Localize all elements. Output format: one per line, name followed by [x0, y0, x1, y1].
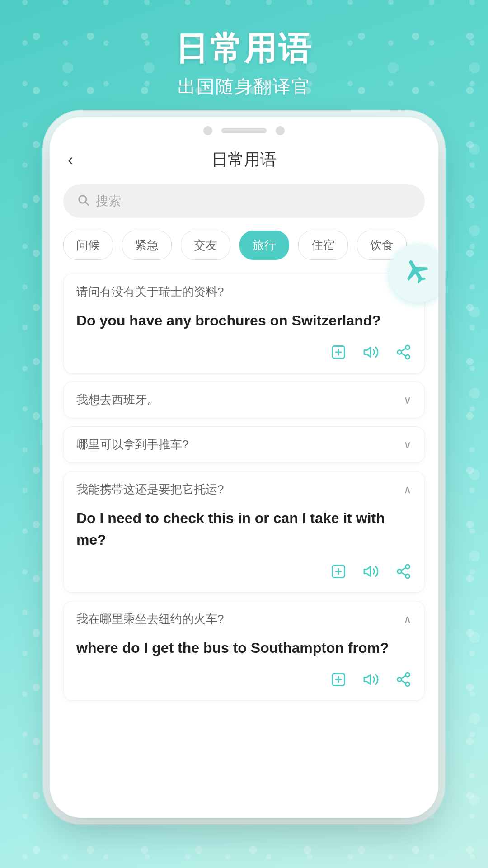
svg-line-10: [401, 349, 406, 351]
search-bar[interactable]: 搜索: [63, 184, 425, 218]
phrase-card-5-actions: [76, 668, 412, 691]
svg-line-27: [401, 680, 406, 683]
tab-social[interactable]: 交友: [181, 231, 230, 260]
phrase-card-5-body: where do I get the bus to Southampton fr…: [64, 637, 424, 700]
share-icon-4[interactable]: [395, 563, 412, 583]
svg-line-19: [401, 568, 406, 571]
phrase-card-5-chevron: ∧: [404, 613, 412, 626]
phone-mockup: ‹ 日常用语 搜索 问候 紧急 交友 旅行 住宿 饮: [50, 117, 438, 818]
phrase-card-1-header[interactable]: 请问有没有关于瑞士的资料? ∧: [64, 274, 424, 310]
share-icon-1[interactable]: [395, 344, 412, 364]
add-icon-4[interactable]: [330, 563, 347, 583]
phrase-card-3-chevron: ∨: [404, 439, 412, 451]
sound-icon-1[interactable]: [363, 344, 379, 364]
header-title: 日常用语: [0, 27, 488, 71]
phrase-card-4-actions: [76, 560, 412, 583]
sound-icon-4[interactable]: [363, 563, 379, 583]
phrase-card-3-chinese: 哪里可以拿到手推车?: [76, 437, 188, 453]
svg-line-1: [85, 202, 88, 205]
nav-title: 日常用语: [211, 149, 277, 171]
header-subtitle: 出国随身翻译官: [0, 74, 488, 99]
phrase-card-2-chinese: 我想去西班牙。: [76, 392, 159, 408]
category-tabs: 问候 紧急 交友 旅行 住宿 饮食: [63, 231, 425, 260]
phrase-card-2-header[interactable]: 我想去西班牙。 ∨: [64, 382, 424, 418]
phrase-card-1-body: Do you have any brochures on Switzerland…: [64, 310, 424, 373]
phrase-card-1-chinese: 请问有没有关于瑞士的资料?: [76, 284, 224, 300]
tab-travel[interactable]: 旅行: [239, 231, 289, 260]
search-placeholder: 搜索: [96, 193, 121, 210]
phrase-card-3: 哪里可以拿到手推车? ∨: [63, 426, 425, 463]
phone-speaker: [221, 128, 267, 133]
tab-greet[interactable]: 问候: [63, 231, 113, 260]
svg-marker-23: [364, 675, 371, 684]
phrase-card-2-chevron: ∨: [404, 394, 412, 406]
phrase-card-3-header[interactable]: 哪里可以拿到手推车? ∨: [64, 427, 424, 462]
phrase-card-4-chevron: ∧: [404, 483, 412, 496]
svg-line-9: [401, 353, 406, 356]
phrase-card-1-english: Do you have any brochures on Switzerland…: [76, 310, 412, 331]
phrase-card-4-chinese: 我能携带这还是要把它托运?: [76, 481, 224, 497]
phone-container: ‹ 日常用语 搜索 问候 紧急 交友 旅行 住宿 饮: [0, 117, 488, 818]
app-content: ‹ 日常用语 搜索 问候 紧急 交友 旅行 住宿 饮: [50, 140, 438, 722]
phrase-card-5-chinese: 我在哪里乘坐去纽约的火车?: [76, 611, 224, 627]
phrase-card-1-actions: [76, 340, 412, 364]
tab-stay[interactable]: 住宿: [298, 231, 348, 260]
tab-urgent[interactable]: 紧急: [122, 231, 172, 260]
plane-icon: [397, 251, 438, 296]
phone-camera: [203, 126, 212, 135]
header-section: 日常用语 出国随身翻译官: [0, 0, 488, 117]
svg-marker-14: [364, 567, 371, 576]
add-icon-1[interactable]: [330, 344, 347, 364]
svg-line-28: [401, 676, 406, 679]
svg-line-18: [401, 572, 406, 575]
phrase-card-4-body: Do I need to check this in or can I take…: [64, 507, 424, 592]
sound-icon-5[interactable]: [363, 671, 379, 691]
phrase-card-5: 我在哪里乘坐去纽约的火车? ∧ where do I get the bus t…: [63, 601, 425, 701]
phone-top-bar: [50, 117, 438, 140]
phrase-card-1: 请问有没有关于瑞士的资料? ∧ Do you have any brochure…: [63, 274, 425, 373]
nav-bar: ‹ 日常用语: [63, 140, 425, 184]
back-button[interactable]: ‹: [63, 146, 78, 174]
phrase-card-4: 我能携带这还是要把它托运? ∧ Do I need to check this …: [63, 471, 425, 593]
phone-camera-2: [276, 126, 285, 135]
svg-marker-5: [364, 348, 371, 357]
phrase-card-5-english: where do I get the bus to Southampton fr…: [76, 637, 412, 659]
search-icon: [77, 193, 89, 209]
phrase-card-4-header[interactable]: 我能携带这还是要把它托运? ∧: [64, 472, 424, 507]
add-icon-5[interactable]: [330, 671, 347, 691]
phrase-card-4-english: Do I need to check this in or can I take…: [76, 507, 412, 551]
phrase-card-2: 我想去西班牙。 ∨: [63, 382, 425, 418]
share-icon-5[interactable]: [395, 671, 412, 691]
phrase-card-5-header[interactable]: 我在哪里乘坐去纽约的火车? ∧: [64, 601, 424, 637]
